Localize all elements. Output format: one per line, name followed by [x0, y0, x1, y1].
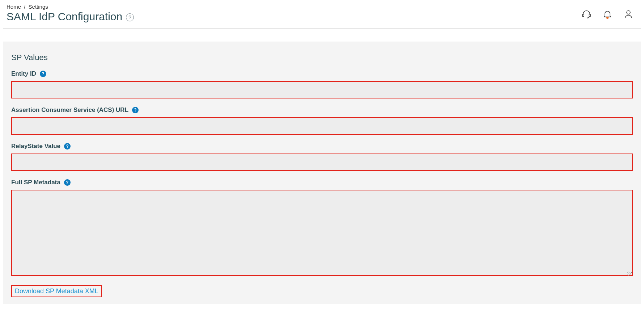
- full-sp-metadata-textarea[interactable]: [11, 190, 633, 276]
- page-title: SAML IdP Configuration: [7, 10, 122, 23]
- breadcrumb-home[interactable]: Home: [7, 4, 21, 10]
- support-headset-icon[interactable]: [581, 9, 592, 20]
- acs-url-input[interactable]: [11, 117, 633, 135]
- page-title-row: SAML IdP Configuration ?: [7, 10, 134, 23]
- download-sp-metadata-highlight: Download SP Metadata XML: [11, 285, 102, 297]
- breadcrumb: Home / Settings: [7, 4, 134, 10]
- breadcrumb-settings[interactable]: Settings: [29, 4, 48, 10]
- entity-id-input[interactable]: [11, 81, 633, 98]
- help-icon[interactable]: ?: [126, 13, 134, 21]
- entity-id-label: Entity ID: [11, 70, 36, 77]
- header-left: Home / Settings SAML IdP Configuration ?: [7, 4, 134, 23]
- svg-point-2: [627, 10, 630, 14]
- notification-indicator-dot: [606, 17, 609, 19]
- breadcrumb-separator: /: [24, 4, 25, 10]
- relay-state-input[interactable]: [11, 154, 633, 171]
- field-relay-state: RelayState Value ?: [11, 143, 633, 171]
- notifications-bell-icon[interactable]: [602, 9, 613, 20]
- full-sp-metadata-help-icon[interactable]: ?: [64, 179, 71, 186]
- acs-url-label: Assertion Consumer Service (ACS) URL: [11, 106, 128, 114]
- textarea-resize-grip-icon[interactable]: [627, 272, 631, 276]
- section-title-sp-values: SP Values: [11, 53, 633, 62]
- full-sp-metadata-label: Full SP Metadata: [11, 179, 60, 186]
- page-header: Home / Settings SAML IdP Configuration ?: [0, 0, 644, 28]
- panel-frame: SP Values Entity ID ? Assertion Consumer…: [3, 28, 641, 304]
- panel-body: SP Values Entity ID ? Assertion Consumer…: [3, 42, 641, 304]
- entity-id-help-icon[interactable]: ?: [40, 71, 46, 77]
- field-acs-url: Assertion Consumer Service (ACS) URL ?: [11, 106, 633, 135]
- panel-top-gap: [3, 29, 641, 42]
- acs-url-help-icon[interactable]: ?: [132, 107, 139, 113]
- relay-state-help-icon[interactable]: ?: [64, 143, 71, 150]
- content-canvas: SP Values Entity ID ? Assertion Consumer…: [0, 28, 644, 311]
- header-actions: [581, 4, 634, 20]
- user-profile-icon[interactable]: [623, 9, 634, 20]
- relay-state-label: RelayState Value: [11, 143, 60, 150]
- field-full-sp-metadata: Full SP Metadata ?: [11, 179, 633, 277]
- download-sp-metadata-link[interactable]: Download SP Metadata XML: [15, 287, 98, 295]
- field-entity-id: Entity ID ?: [11, 70, 633, 98]
